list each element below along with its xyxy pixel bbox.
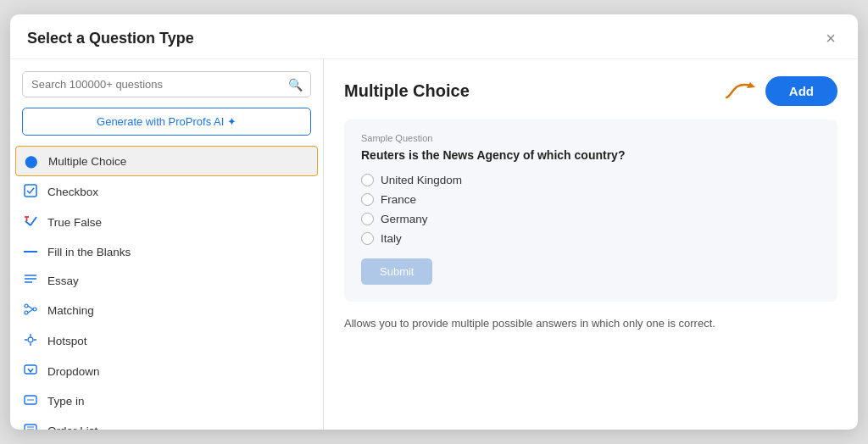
main-header: Multiple Choice Add bbox=[344, 76, 837, 106]
sidebar-list: ⬤ Multiple Choice Checkbox bbox=[10, 146, 323, 430]
option-radio bbox=[361, 193, 374, 206]
sidebar-item-label: Fill in the Blanks bbox=[47, 246, 131, 258]
svg-line-12 bbox=[28, 306, 33, 309]
svg-line-2 bbox=[31, 217, 36, 225]
option-radio bbox=[361, 174, 374, 186]
sample-question: Reuters is the News Agency of which coun… bbox=[361, 148, 821, 162]
sidebar-item-fill-blanks[interactable]: Fill in the Blanks bbox=[10, 237, 323, 266]
sidebar-item-label: Order List bbox=[47, 425, 97, 430]
sidebar-item-order-list[interactable]: Order List bbox=[10, 416, 323, 430]
sidebar-item-matching[interactable]: Matching bbox=[10, 296, 323, 325]
svg-line-13 bbox=[28, 309, 33, 313]
hotspot-icon bbox=[22, 333, 39, 349]
sidebar-item-label: Dropdown bbox=[47, 365, 100, 378]
sidebar-item-hotspot[interactable]: Hotspot bbox=[10, 325, 323, 357]
svg-point-9 bbox=[25, 304, 28, 308]
option-label: Italy bbox=[381, 232, 402, 245]
main-title: Multiple Choice bbox=[344, 81, 470, 101]
radio-icon: ⬤ bbox=[23, 154, 40, 168]
sidebar-item-label: True False bbox=[47, 216, 102, 229]
svg-point-14 bbox=[28, 337, 33, 342]
options-list: United Kingdom France Germany Italy bbox=[361, 174, 821, 245]
search-container: 🔍 bbox=[22, 71, 311, 97]
orderlist-icon bbox=[22, 424, 39, 430]
search-wrap: 🔍 bbox=[10, 71, 323, 108]
close-button[interactable]: × bbox=[821, 28, 841, 48]
sidebar: 🔍 Generate with ProProfs AI ✦ ⬤ Multiple… bbox=[10, 59, 324, 430]
search-input[interactable] bbox=[22, 71, 311, 97]
sample-label: Sample Question bbox=[361, 133, 821, 143]
sidebar-item-label: Checkbox bbox=[47, 186, 98, 198]
svg-point-10 bbox=[33, 308, 36, 311]
typein-icon bbox=[22, 394, 39, 408]
modal: Select a Question Type × 🔍 Generate with… bbox=[10, 14, 858, 430]
sidebar-item-label: Multiple Choice bbox=[48, 155, 126, 168]
essay-icon bbox=[22, 274, 39, 288]
option-label: France bbox=[381, 193, 416, 206]
svg-line-1 bbox=[25, 221, 31, 225]
matching-icon bbox=[22, 303, 39, 318]
svg-point-11 bbox=[25, 311, 28, 314]
sidebar-item-label: Type in bbox=[47, 395, 85, 408]
sidebar-item-label: Hotspot bbox=[47, 335, 87, 347]
option-label: Germany bbox=[381, 213, 428, 225]
sidebar-item-dropdown[interactable]: Dropdown bbox=[10, 357, 323, 386]
generate-ai-button[interactable]: Generate with ProProfs AI ✦ bbox=[22, 108, 311, 136]
option-item: France bbox=[361, 193, 821, 206]
sidebar-item-type-in[interactable]: Type in bbox=[10, 386, 323, 416]
modal-header: Select a Question Type × bbox=[10, 14, 858, 59]
sidebar-item-true-false[interactable]: True False bbox=[10, 208, 323, 237]
option-item: Italy bbox=[361, 232, 821, 245]
add-button[interactable]: Add bbox=[765, 76, 837, 106]
dropdown-icon bbox=[22, 364, 39, 379]
add-btn-wrap: Add bbox=[725, 76, 837, 106]
modal-body: 🔍 Generate with ProProfs AI ✦ ⬤ Multiple… bbox=[10, 59, 858, 430]
blanks-icon bbox=[22, 245, 39, 258]
sidebar-item-label: Matching bbox=[47, 304, 94, 317]
svg-rect-0 bbox=[25, 185, 36, 197]
modal-title: Select a Question Type bbox=[27, 30, 194, 47]
submit-button[interactable]: Submit bbox=[361, 258, 432, 285]
sidebar-item-checkbox[interactable]: Checkbox bbox=[10, 176, 323, 208]
truefalse-icon bbox=[22, 215, 39, 230]
description: Allows you to provide multiple possible … bbox=[344, 315, 837, 332]
checkbox-icon bbox=[22, 184, 39, 200]
sidebar-item-essay[interactable]: Essay bbox=[10, 266, 323, 296]
sample-card: Sample Question Reuters is the News Agen… bbox=[344, 119, 837, 302]
option-item: Germany bbox=[361, 213, 821, 225]
arrow-icon bbox=[725, 77, 757, 106]
option-radio bbox=[361, 232, 374, 245]
sidebar-item-multiple-choice[interactable]: ⬤ Multiple Choice bbox=[15, 146, 318, 176]
option-item: United Kingdom bbox=[361, 174, 821, 186]
main-content: Multiple Choice Add Sample Question Reut… bbox=[324, 59, 858, 430]
sidebar-item-label: Essay bbox=[47, 275, 79, 287]
option-radio bbox=[361, 213, 374, 225]
option-label: United Kingdom bbox=[381, 174, 462, 186]
